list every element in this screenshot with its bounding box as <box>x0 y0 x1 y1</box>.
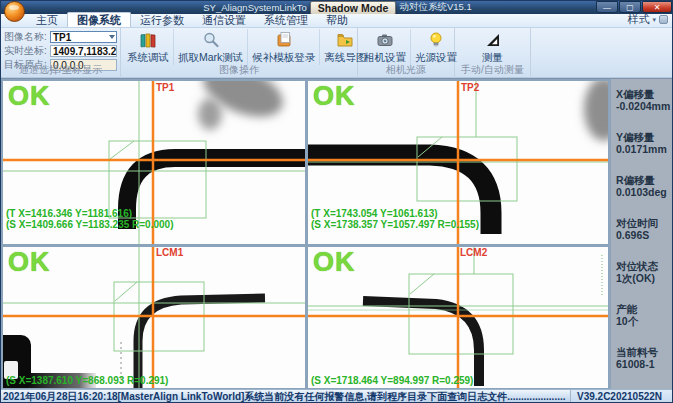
tab-system-mgmt[interactable]: 系统管理 <box>255 13 317 27</box>
status-ok: OK <box>8 247 51 277</box>
camera-label: LCM2 <box>460 247 487 258</box>
set-square-icon <box>484 30 502 50</box>
folder-icon <box>336 30 354 50</box>
target-coords: (T X=1743.054 Y=1061.613) <box>311 208 438 219</box>
app-orb-icon[interactable] <box>4 1 25 22</box>
tab-run-params[interactable]: 运行参数 <box>131 13 193 27</box>
camera-view-tp1[interactable]: OK TP1 (T X=1416.346 Y=1181.616) (S X=14… <box>3 81 305 244</box>
current-part-number: 当前料号 61008-1 <box>616 346 673 370</box>
measure-button[interactable]: 测量 <box>478 29 507 65</box>
align-time: 对位时间 0.696S <box>616 217 673 241</box>
group-camera-light: 相机设置 光源设置 相机光源 <box>358 28 455 78</box>
camera-view-lcm1[interactable]: OK LCM1 (S X=1387.610 Y=868.093 R=0.291) <box>3 247 305 388</box>
align-status: 对位状态 1次(OK) <box>616 260 673 284</box>
chevron-down-icon <box>109 35 115 39</box>
status-message: 2021年06月28日16:20:18[MasterAlign LinkToWo… <box>1 390 570 403</box>
status-ok: OK <box>8 81 51 111</box>
source-coords: (S X=1387.610 Y=868.093 R=0.291) <box>6 375 168 386</box>
light-bulb-icon <box>427 30 445 50</box>
light-settings-button[interactable]: 光源设置 <box>411 29 461 65</box>
app-window: SY_AliagnSystemLinkTo Shadow Mode 动对位系统V… <box>0 0 673 403</box>
y-offset: Y偏移量 0.0171mm <box>616 131 673 155</box>
status-ok: OK <box>313 247 356 277</box>
camera-label: TP2 <box>461 82 479 93</box>
camera-view-tp2[interactable]: OK TP2 (T X=1743.054 Y=1061.613) (S X=17… <box>308 81 608 244</box>
magnifier-icon <box>202 30 220 50</box>
clipboard-icon <box>275 30 293 50</box>
r-offset: R偏移量 0.0103deg <box>616 174 673 198</box>
camera-label: LCM1 <box>156 247 183 258</box>
status-ok: OK <box>313 81 356 111</box>
group-caption: 手动/自动测量 <box>455 63 530 77</box>
template-register-button[interactable]: 候补模板登录 <box>248 29 320 65</box>
chevron-down-icon: ▾ <box>652 16 656 24</box>
realtime-coord-label: 实时坐标: <box>4 44 50 58</box>
ribbon: 图像名称: TP1 实时坐标: 1409.7,1183.2 目标原点: 0.0,… <box>1 28 673 78</box>
group-image-operations: 系统调试 抓取Mark测试 <box>121 28 358 78</box>
camera-view-lcm2[interactable]: OK LCM2 (S X=1718.464 Y=894.997 R=0.259) <box>308 247 608 388</box>
x-offset: X偏移量 -0.0204mm <box>616 88 673 112</box>
tab-home[interactable]: 主页 <box>27 13 67 27</box>
group-caption: 图像操作 <box>121 63 357 77</box>
tab-comm-settings[interactable]: 通信设置 <box>193 13 255 27</box>
source-coords: (S X=1738.357 Y=1057.497 R=0.155) <box>311 219 479 230</box>
source-coords: (S X=1409.666 Y=1183.235 R=0.000) <box>6 219 173 230</box>
tab-image-system[interactable]: 图像系统 <box>67 12 131 27</box>
camera-icon <box>376 30 394 50</box>
source-coords: (S X=1718.464 Y=894.997 R=0.259) <box>311 375 473 386</box>
version-label: V39.2C20210522N <box>570 390 673 403</box>
group-caption: 通道选择/坐标显示 <box>1 63 120 77</box>
throughput: 产能 10个 <box>616 303 673 327</box>
grab-mark-test-button[interactable]: 抓取Mark测试 <box>174 29 248 65</box>
menubar: 主页 图像系统 运行参数 通信设置 系统管理 帮助 样式 ▾ <box>1 14 673 28</box>
tab-help[interactable]: 帮助 <box>317 13 357 27</box>
system-debug-button[interactable]: 系统调试 <box>123 29 174 65</box>
image-name-select[interactable]: TP1 <box>50 31 117 43</box>
minimize-button[interactable]: — <box>596 1 618 13</box>
group-caption: 相机光源 <box>358 63 454 77</box>
image-name-label: 图像名称: <box>4 30 50 44</box>
target-coords: (T X=1416.346 Y=1181.616) <box>6 208 132 219</box>
group-empty <box>531 28 673 78</box>
statusbar: 2021年06月28日16:20:18[MasterAlign LinkToWo… <box>1 389 673 403</box>
measurement-panel: X偏移量 -0.0204mm Y偏移量 0.0171mm R偏移量 0.0103… <box>611 79 673 390</box>
group-measure: 测量 手动/自动测量 <box>455 28 531 78</box>
camera-label: TP1 <box>156 82 174 93</box>
group-channel-coords: 图像名称: TP1 实时坐标: 1409.7,1183.2 目标原点: 0.0,… <box>1 28 121 78</box>
camera-grid: OK TP1 (T X=1416.346 Y=1181.616) (S X=14… <box>1 78 673 389</box>
books-icon <box>139 30 157 50</box>
realtime-coord-field[interactable]: 1409.7,1183.2 <box>50 45 117 57</box>
window-title-prefix: SY_AliagnSystemLinkTo <box>203 2 307 13</box>
style-menu[interactable]: 样式 <box>627 12 649 27</box>
style-options-icon[interactable] <box>659 15 668 24</box>
window-title-suffix: 动对位系统V15.1 <box>399 1 471 14</box>
camera-settings-button[interactable]: 相机设置 <box>360 29 411 65</box>
